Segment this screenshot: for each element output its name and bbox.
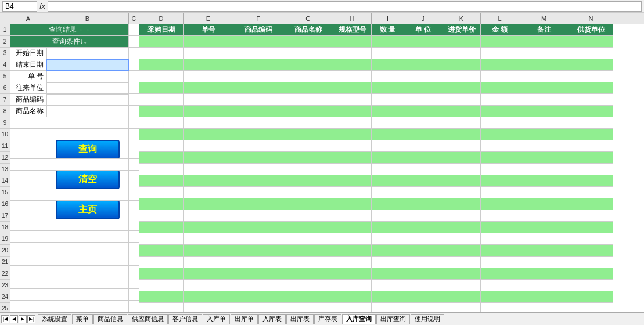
left-row-18 [10, 243, 139, 254]
tab-商品信息[interactable]: 商品信息 [93, 314, 127, 324]
data-cell-2-5 [372, 36, 404, 48]
left-row-2: 查询条件↓↓ [10, 36, 139, 48]
field-input[interactable] [46, 71, 129, 82]
clear-button[interactable]: 清空 [56, 171, 120, 189]
data-cell-21-2 [233, 257, 283, 268]
data-cell-9-3 [283, 117, 333, 129]
data-cell-2-2 [233, 36, 283, 48]
empty-a [10, 254, 46, 266]
data-cell-22-4 [333, 268, 372, 280]
empty-a [10, 277, 46, 289]
data-cell-22-2 [233, 268, 283, 280]
empty-b [46, 254, 129, 266]
data-cell-2-6 [404, 36, 442, 48]
tab-系统设置[interactable]: 系统设置 [38, 314, 71, 324]
data-cell-14-10 [569, 175, 613, 187]
data-cell-15-6 [404, 187, 442, 198]
field-input[interactable] [46, 82, 129, 94]
data-cell-10-10 [569, 129, 613, 140]
data-row-11 [139, 140, 644, 152]
data-cell-18-0 [139, 222, 184, 233]
data-cell-11-6 [404, 140, 442, 152]
tab-出库表[interactable]: 出库表 [286, 314, 314, 324]
tab-first-btn[interactable]: |◀ [1, 315, 9, 323]
cell-reference[interactable]: B4 [2, 1, 37, 12]
query-button[interactable]: 查询 [56, 140, 120, 159]
data-cell-22-1 [184, 268, 233, 280]
field-input[interactable] [46, 106, 129, 117]
data-cell-15-0 [139, 187, 184, 198]
tab-navigation[interactable]: |◀ ◀ ▶ ▶| [1, 315, 35, 323]
data-cell-17-1 [184, 210, 233, 222]
tab-出库单[interactable]: 出库单 [231, 314, 258, 324]
empty-a [10, 117, 46, 129]
home-button[interactable]: 主页 [56, 201, 120, 219]
col-c-cell [129, 59, 139, 71]
data-cell-10-0 [139, 129, 184, 140]
data-cell-24-3 [283, 291, 333, 303]
empty-b [46, 219, 129, 231]
tab-出库查询[interactable]: 出库查询 [376, 314, 410, 324]
row-num-19: 19 [0, 233, 10, 245]
data-cell-17-0 [139, 210, 184, 222]
data-cell-5-0 [139, 71, 184, 82]
row-numbers: 1234567891011121314151617181920212223242… [0, 24, 10, 312]
data-cell-6-3 [283, 82, 333, 94]
field-label: 单 号 [10, 71, 46, 82]
data-cell-24-5 [372, 291, 404, 303]
header-cell-9: 备注 [519, 24, 569, 36]
empty-b [46, 243, 129, 254]
data-cell-19-8 [481, 233, 519, 245]
tab-next-btn[interactable]: ▶ [19, 315, 27, 323]
btn-area-a [10, 201, 46, 219]
data-cell-25-6 [404, 303, 442, 312]
tab-入库表[interactable]: 入库表 [258, 314, 286, 324]
data-cell-23-7 [442, 280, 481, 291]
data-cell-3-8 [481, 48, 519, 59]
tab-入库查询[interactable]: 入库查询 [342, 314, 376, 324]
data-cell-7-6 [404, 94, 442, 106]
header-cell-0: 采购日期 [139, 24, 184, 36]
data-cell-5-5 [372, 71, 404, 82]
data-cell-2-8 [481, 36, 519, 48]
data-cell-9-7 [442, 117, 481, 129]
data-cell-23-10 [569, 280, 613, 291]
data-cell-12-10 [569, 152, 613, 164]
left-row-11: 查询 [10, 140, 139, 159]
data-cell-19-9 [519, 233, 569, 245]
row-num-2: 2 [0, 36, 10, 48]
empty-b [46, 266, 129, 277]
field-input[interactable] [46, 48, 129, 59]
field-label: 结束日期 [10, 59, 46, 71]
field-input[interactable] [46, 59, 129, 71]
data-cell-2-1 [184, 36, 233, 48]
data-cell-11-2 [233, 140, 283, 152]
data-cell-18-10 [569, 222, 613, 233]
empty-c [129, 159, 139, 171]
data-cell-24-2 [233, 291, 283, 303]
data-cell-13-3 [283, 164, 333, 175]
field-label: 开始日期 [10, 48, 46, 59]
tab-使用说明[interactable]: 使用说明 [411, 314, 444, 324]
data-cell-14-3 [283, 175, 333, 187]
tab-供应商信息[interactable]: 供应商信息 [128, 314, 168, 324]
formula-bar[interactable] [48, 1, 642, 12]
tab-客户信息[interactable]: 客户信息 [168, 314, 202, 324]
data-row-22 [139, 268, 644, 280]
data-cell-17-6 [404, 210, 442, 222]
empty-c [129, 189, 139, 201]
data-cell-8-3 [283, 106, 333, 117]
tab-入库单[interactable]: 入库单 [203, 314, 230, 324]
tab-菜单[interactable]: 菜单 [72, 314, 93, 324]
data-cell-23-4 [333, 280, 372, 291]
spreadsheet: A B C D E F G H I J K L M N 123456789101… [0, 13, 644, 312]
right-panel: 采购日期单号商品编码商品名称规格型号数 量单 位进货单价金 额备注供货单位 [139, 24, 644, 312]
data-cell-20-9 [519, 245, 569, 257]
tab-prev-btn[interactable]: ◀ [10, 315, 18, 323]
data-cell-15-1 [184, 187, 233, 198]
field-input[interactable] [46, 94, 129, 106]
data-cell-16-4 [333, 198, 372, 210]
tab-库存表[interactable]: 库存表 [314, 314, 341, 324]
tab-last-btn[interactable]: ▶| [27, 315, 35, 323]
row-num-18: 18 [0, 222, 10, 233]
